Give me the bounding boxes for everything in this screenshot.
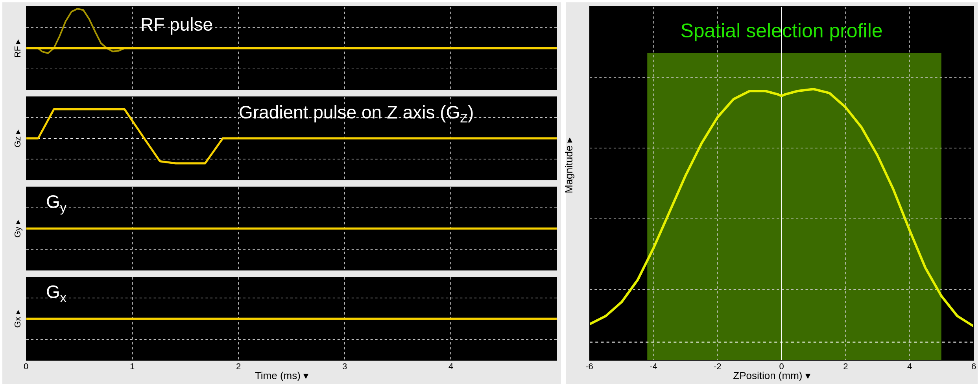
time-axis-ticks: 0 1 2 3 4 — [26, 361, 557, 370]
track-gz: Gz ▸ Gradient pulse on Z axis (GZ) — [26, 96, 557, 180]
axis-label-gx: Gx ▸ — [13, 310, 23, 328]
gx-plot — [26, 277, 557, 360]
gz-plot — [26, 97, 557, 180]
profile-svg — [590, 7, 973, 360]
profile-plot: Spatial selection profile — [589, 6, 974, 361]
magnitude-axis-label[interactable]: Magnitude ▸ — [563, 137, 575, 193]
gy-plot — [26, 187, 557, 270]
axis-label-rf: RF ▸ — [13, 39, 23, 57]
track-rf: RF ▸ RF pulse — [26, 6, 557, 90]
axis-label-gz: Gz ▸ — [13, 130, 23, 147]
track-gx: Gx ▸ Gx — [26, 277, 557, 361]
root: RF ▸ RF pulse Gz ▸ — [0, 0, 980, 387]
selection-box — [647, 53, 941, 360]
track-gy: Gy ▸ Gy — [26, 187, 557, 270]
zpos-axis-label[interactable]: ZPosition (mm) ▾ — [566, 370, 978, 382]
rf-plot — [26, 7, 557, 90]
time-axis-label[interactable]: Time (ms) ▾ — [2, 370, 561, 382]
zpos-axis-ticks: -6 -4 -2 0 2 4 6 — [589, 361, 974, 370]
track-stack: RF ▸ RF pulse Gz ▸ — [26, 6, 557, 361]
spatial-profile-panel: Spatial selection profile Magnitude ▸ -6… — [566, 2, 978, 384]
pulse-sequence-panel: RF ▸ RF pulse Gz ▸ — [2, 2, 561, 384]
axis-label-gy: Gy ▸ — [13, 220, 23, 237]
